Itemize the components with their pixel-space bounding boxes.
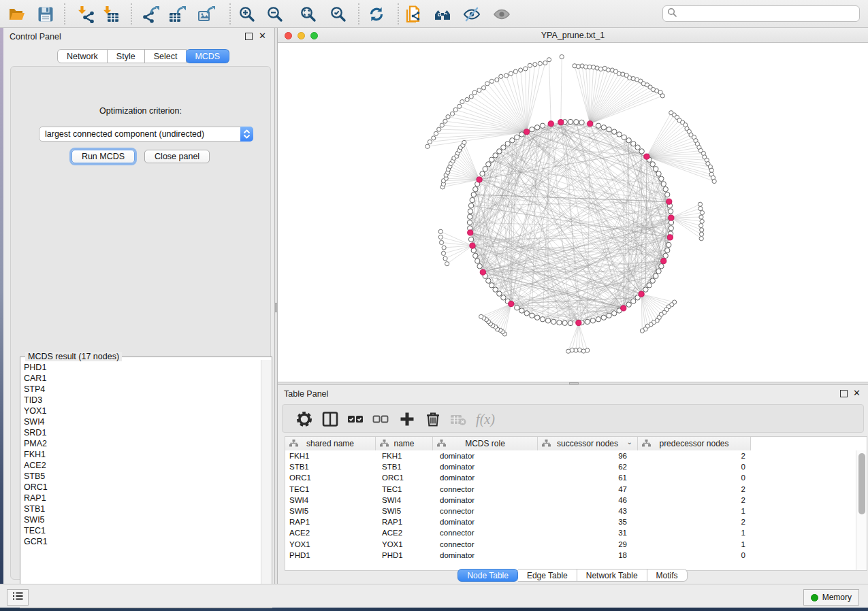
split-columns-icon[interactable] [320,410,340,429]
cell-MCDS-role[interactable]: connector [433,540,538,548]
graph-node[interactable] [533,63,537,67]
cell-shared-name[interactable]: RAP1 [285,518,376,526]
cell-successor-nodes[interactable]: 31 [538,529,638,537]
graph-node[interactable] [493,287,498,292]
export-network-icon[interactable] [140,5,161,24]
graph-node[interactable] [654,274,658,278]
cell-successor-nodes[interactable]: 43 [538,507,638,515]
search-input[interactable] [679,8,855,19]
graph-node[interactable] [612,311,617,316]
graph-node[interactable] [598,67,602,71]
search-binoculars-icon[interactable] [432,5,453,24]
graph-node[interactable] [530,127,534,132]
cell-shared-name[interactable]: SWI4 [285,496,376,504]
cell-MCDS-role[interactable]: connector [433,529,538,537]
column-header-successor-nodes[interactable]: successor nodes⌄ [538,437,638,450]
graph-node[interactable] [495,78,499,82]
tab-mcds[interactable]: MCDS [186,49,229,63]
graph-node[interactable] [659,264,664,269]
graph-node[interactable] [665,248,670,252]
cell-shared-name[interactable]: SWI5 [285,507,376,515]
graph-node[interactable] [639,291,644,297]
import-network-icon[interactable] [76,5,96,24]
delete-icon[interactable] [423,410,443,429]
table-row[interactable]: SWI4SWI4dominator462 [285,495,856,506]
graph-node[interactable] [709,168,713,172]
graph-node[interactable] [667,235,673,240]
graph-node[interactable] [501,145,506,150]
cell-name[interactable]: ORC1 [376,474,433,482]
graph-node[interactable] [524,67,528,71]
graph-node[interactable] [468,214,472,219]
zoom-selected-icon[interactable] [328,5,349,24]
graph-node[interactable] [568,119,573,124]
cell-name[interactable]: SWI5 [376,507,433,515]
splitter-handle[interactable] [569,382,579,384]
graph-node[interactable] [558,120,564,125]
graph-node[interactable] [442,246,446,250]
graph-node[interactable] [475,259,480,263]
graph-node[interactable] [441,251,445,255]
gear-icon[interactable] [294,410,315,429]
graph-node[interactable] [547,58,551,62]
mcds-result-node[interactable]: GCR1 [24,536,260,547]
open-file-icon[interactable] [7,5,27,24]
splitter-handle[interactable] [275,303,277,312]
graph-node[interactable] [513,69,517,73]
cell-successor-nodes[interactable]: 96 [538,452,638,460]
mcds-result-node[interactable]: ORC1 [24,482,260,493]
graph-node[interactable] [538,61,542,65]
graph-node[interactable] [499,74,503,78]
graph-node[interactable] [566,349,570,353]
graph-node[interactable] [699,215,703,219]
graph-node[interactable] [631,299,636,303]
graph-node[interactable] [453,108,457,112]
cell-successor-nodes[interactable]: 18 [538,551,638,559]
graph-node[interactable] [622,135,626,139]
mcds-result-node[interactable]: STB1 [24,503,260,514]
graph-node[interactable] [663,186,668,191]
graph-node[interactable] [462,140,466,144]
graph-node[interactable] [497,291,502,296]
graph-node[interactable] [457,104,462,108]
graph-node[interactable] [483,167,487,171]
cell-shared-name[interactable]: STB1 [285,463,376,471]
graph-node[interactable] [576,320,581,325]
graph-node[interactable] [481,86,485,90]
graph-node[interactable] [617,132,622,137]
graph-node[interactable] [660,94,664,98]
graph-node[interactable] [700,228,704,232]
cell-predecessor-nodes[interactable]: 2 [638,485,751,493]
cell-shared-name[interactable]: TEC1 [285,485,376,493]
graph-node[interactable] [501,295,506,300]
mcds-result-node[interactable]: YOX1 [24,406,260,416]
graph-node[interactable] [543,61,547,65]
graph-node[interactable] [467,220,472,225]
cell-predecessor-nodes[interactable]: 1 [638,540,751,548]
mcds-result-node[interactable]: ACE2 [24,460,260,471]
graph-node[interactable] [434,131,438,135]
graph-node[interactable] [607,313,611,318]
column-header-MCDS-role[interactable]: MCDS role [433,437,538,450]
cell-predecessor-nodes[interactable]: 1 [638,529,751,537]
cell-MCDS-role[interactable]: dominator [433,463,538,471]
cell-successor-nodes[interactable]: 47 [538,485,638,493]
graph-node[interactable] [612,129,617,134]
tab-edge-table[interactable]: Edge Table [518,569,577,582]
cell-MCDS-role[interactable]: dominator [433,518,538,526]
graph-node[interactable] [601,315,606,320]
graph-node[interactable] [551,319,556,324]
show-eye-icon[interactable] [492,5,512,24]
graph-node[interactable] [489,79,494,83]
tab-motifs[interactable]: Motifs [647,569,688,582]
table-row[interactable]: FKH1FKH1dominator962 [285,450,856,461]
hide-selected-icon[interactable] [462,5,482,24]
cell-predecessor-nodes[interactable]: 1 [638,507,751,515]
graph-node[interactable] [519,132,524,137]
save-session-icon[interactable] [35,5,56,24]
graph-node[interactable] [661,182,666,186]
float-window-icon[interactable] [840,390,848,397]
graph-node[interactable] [659,176,664,181]
mcds-result-node[interactable]: SRD1 [24,427,260,438]
mcds-result-node[interactable]: FKH1 [24,449,260,460]
